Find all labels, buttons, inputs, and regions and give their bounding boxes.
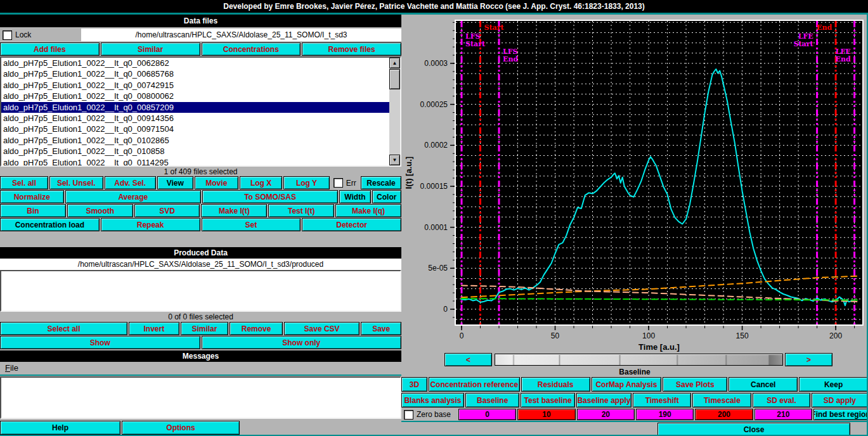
save-plots-button[interactable]: Save Plots [663, 377, 727, 392]
width-button[interactable]: Width [339, 190, 370, 203]
svg-text:200: 200 [829, 331, 842, 340]
show-only-button[interactable]: Show only [202, 336, 402, 349]
menu-file[interactable]: File [0, 362, 23, 374]
sel-all-button[interactable]: Sel. all [0, 176, 48, 189]
test-baseline-button[interactable]: Test baseline [521, 393, 574, 407]
file-list-scrollbar[interactable]: ▲ ▼ [389, 58, 400, 165]
right-panel: LFSStartStartLFSEndLFEStartEndLFEEnd05e-… [401, 15, 868, 436]
baseline-field-190[interactable]: 190 [636, 409, 694, 420]
show-button[interactable]: Show [0, 336, 200, 349]
svg-text:0.00025: 0.00025 [420, 100, 448, 109]
average-button[interactable]: Average [65, 190, 201, 203]
remove-button[interactable]: Remove [230, 322, 283, 335]
ultrascan-hplc-saxs-window: Developed by Emre Brookes, Javier Pérez,… [0, 0, 868, 436]
svg-text:0.0003: 0.0003 [424, 59, 448, 68]
close-button[interactable]: Close [657, 423, 850, 436]
baseline-apply-button[interactable]: Baseline apply [576, 393, 632, 407]
sd-apply-button[interactable]: SD apply [812, 393, 868, 407]
residuals-button[interactable]: Residuals [521, 377, 590, 392]
sel-unsel-button[interactable]: Sel. Unsel. [49, 176, 103, 189]
remove-files-button[interactable]: Remove files [302, 42, 401, 56]
concentration-reference-button[interactable]: Concentration reference [429, 377, 520, 392]
svg-text:0.0001: 0.0001 [424, 223, 448, 232]
file-list-item[interactable]: aldo_pH7p5_Elution1_0022__It_q0_00971504 [1, 124, 389, 134]
smooth-button[interactable]: Smooth [67, 204, 133, 217]
file-list-item[interactable]: aldo_pH7p5_Elution1_0022__It_q0_010858 [1, 146, 389, 157]
normalize-button[interactable]: Normalize [0, 190, 64, 203]
keep-button[interactable]: Keep [799, 377, 868, 392]
cancel-button[interactable]: Cancel [729, 377, 798, 392]
scroll-down-icon[interactable]: ▼ [389, 155, 400, 165]
save-csv-button[interactable]: Save CSV [284, 322, 360, 335]
timeshift-button[interactable]: Timeshift [633, 393, 691, 407]
bin-button[interactable]: Bin [0, 204, 66, 217]
timescale-button[interactable]: Timescale [692, 393, 751, 407]
intensity-plot[interactable]: LFSStartStartLFSEndLFEStartEndLFEEnd05e-… [401, 15, 868, 353]
help-button[interactable]: Help [0, 421, 120, 435]
color-button[interactable]: Color [372, 190, 401, 203]
file-list-item[interactable]: aldo_pH7p5_Elution1_0022__It_q0_00742915 [1, 80, 389, 91]
lock-checkbox[interactable] [3, 30, 12, 40]
rescale-button[interactable]: Rescale [361, 176, 401, 189]
wheel-right-button[interactable]: > [785, 353, 832, 366]
concentrations-button[interactable]: Concentrations [202, 42, 301, 56]
test-i-t-button[interactable]: Test I(t) [268, 204, 334, 217]
invert-button[interactable]: Invert [129, 322, 179, 335]
sd-eval-button[interactable]: SD eval. [753, 393, 810, 407]
baseline-field-200[interactable]: 200 [695, 409, 753, 420]
view-button[interactable]: View [157, 176, 193, 189]
baseline-field-10[interactable]: 10 [517, 409, 575, 420]
similar-button[interactable]: Similar [181, 322, 229, 335]
wheel-left-button[interactable]: < [444, 353, 492, 366]
baseline-fields-row: Zero base 01020190200210 Find best regio… [401, 409, 868, 420]
set-button[interactable]: Set [202, 218, 301, 231]
save-button[interactable]: Save [361, 322, 401, 335]
zero-base-checkbox[interactable] [404, 410, 413, 420]
detector-button[interactable]: Detector [302, 218, 401, 231]
file-list-item[interactable]: aldo_pH7p5_Elution1_0022__It_q0_0102865 [1, 135, 389, 146]
wheel-row: < > [401, 353, 868, 367]
baseline-fields: 01020190200210 [458, 409, 812, 420]
baseline-button[interactable]: Baseline [465, 393, 519, 407]
produced-selection-status: 0 of 0 files selected [0, 312, 401, 321]
baseline-field-20[interactable]: 20 [577, 409, 635, 420]
concentration-load-button[interactable]: Concentration load [0, 218, 100, 231]
left-footer: Help Options [0, 421, 401, 435]
zero-base-group: Zero base [401, 409, 457, 420]
add-files-button[interactable]: Add files [0, 42, 100, 56]
messages-menubar: File [0, 362, 401, 375]
log-y-button[interactable]: Log Y [283, 176, 330, 189]
find-best-region-button[interactable]: Find best region [813, 409, 868, 420]
scrollbar-thumb[interactable] [389, 69, 400, 89]
file-list-item[interactable]: aldo_pH7p5_Elution1_0022__It_q0_00914356 [1, 113, 389, 124]
file-list: aldo_pH7p5_Elution1_0022__It_q0_0062862a… [1, 58, 389, 165]
file-list-item[interactable]: aldo_pH7p5_Elution1_0022__It_q0_0062862 [1, 58, 389, 68]
file-list-item[interactable]: aldo_pH7p5_Elution1_0022__It_q0_0114295 [1, 157, 389, 165]
select-all-button[interactable]: Select all [0, 322, 127, 335]
position-thumbwheel[interactable] [495, 354, 783, 366]
baseline-field-210[interactable]: 210 [755, 409, 812, 420]
lock-checkbox-group: Lock [0, 29, 81, 41]
cormap-analysis-button[interactable]: CorMap Analysis [592, 377, 662, 392]
file-list-item[interactable]: aldo_pH7p5_Elution1_0022__It_q0_00685768 [1, 68, 389, 79]
data-files-header: Data files [0, 15, 401, 27]
options-button[interactable]: Options [122, 421, 240, 435]
blanks-analysis-button[interactable]: Blanks analysis [401, 393, 464, 407]
movie-button[interactable]: Movie [195, 176, 238, 189]
svd-button[interactable]: SVD [134, 204, 200, 217]
make-i-q-button[interactable]: Make I(q) [335, 204, 401, 217]
scroll-up-icon[interactable]: ▲ [389, 58, 400, 68]
file-list-item[interactable]: aldo_pH7p5_Elution1_0022__It_q0_00800062 [1, 91, 389, 101]
to-somo-sas-button[interactable]: To SOMO/SAS [202, 190, 338, 203]
file-list-box: aldo_pH7p5_Elution1_0022__It_q0_0062862a… [0, 56, 401, 167]
baseline-field-0[interactable]: 0 [458, 409, 516, 420]
repeak-button[interactable]: Repeak [101, 218, 200, 231]
adv-sel-button[interactable]: Adv. Sel. [105, 176, 156, 189]
log-x-button[interactable]: Log X [240, 176, 282, 189]
file-list-item[interactable]: aldo_pH7p5_Elution1_0022__It_q0_00857209 [1, 102, 389, 113]
similar-button[interactable]: Similar [101, 42, 200, 56]
make-i-t-button[interactable]: Make I(t) [201, 204, 267, 217]
err-checkbox[interactable] [334, 178, 343, 188]
left-panel: Data files Lock /home/ultrascan/HPLC_SAX… [0, 15, 401, 436]
3d-button[interactable]: 3D [401, 377, 427, 392]
